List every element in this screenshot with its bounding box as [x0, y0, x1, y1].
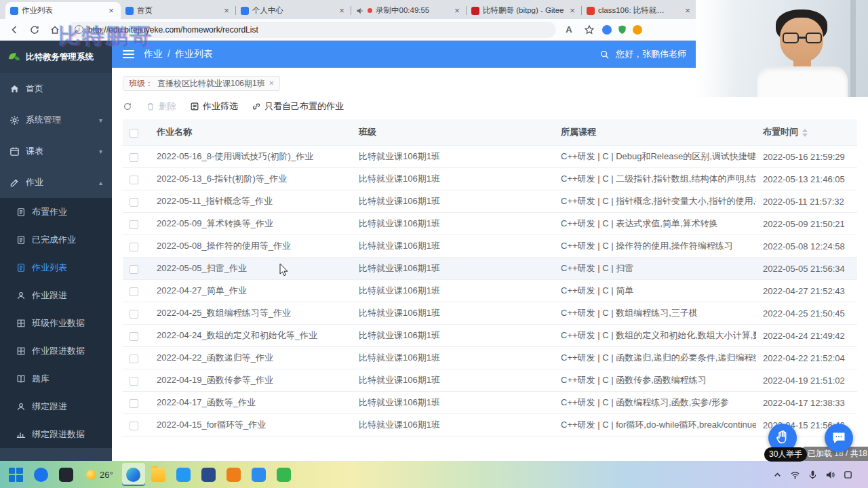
column-header[interactable]: 作业名称: [150, 119, 352, 146]
weather-widget[interactable]: 26°: [79, 463, 120, 486]
read-aloud-icon[interactable]: A: [561, 22, 576, 37]
browser-tab[interactable]: 录制中00:49:55×: [351, 2, 467, 19]
navy-app[interactable]: [197, 463, 220, 486]
user-greeting[interactable]: 您好，张鹏伟老师: [616, 48, 686, 60]
browser-home-icon[interactable]: [47, 22, 62, 37]
row-checkbox[interactable]: [130, 153, 138, 162]
tab-close-icon[interactable]: ×: [222, 6, 231, 16]
sidebar-subitem-绑定跟进数据[interactable]: 绑定跟进数据: [0, 420, 112, 448]
tab-close-icon[interactable]: ×: [683, 6, 692, 16]
table-row[interactable]: 2022-04-27_简单_作业比特就业课106期1班C++研发 | C | 简…: [123, 280, 857, 302]
tab-close-icon[interactable]: ×: [452, 6, 462, 16]
link-icon: [252, 102, 261, 111]
table-row[interactable]: 2022-04-19_函数传参等_作业比特就业课106期1班C++研发 | C …: [123, 369, 857, 392]
chat-button[interactable]: [825, 424, 853, 452]
chevron-up-icon: ▴: [99, 179, 102, 186]
blue-app[interactable]: [248, 463, 271, 486]
refresh-list-icon[interactable]: [123, 102, 132, 111]
sidebar-item-课表[interactable]: 课表▾: [0, 136, 112, 167]
row-checkbox[interactable]: [130, 243, 138, 251]
sidebar-item-首页[interactable]: 首页: [0, 73, 112, 104]
sidebar-subitem-作业跟进[interactable]: 作业跟进: [0, 281, 112, 309]
row-checkbox[interactable]: [130, 198, 138, 207]
dark-app[interactable]: [54, 463, 77, 486]
start-button[interactable]: [4, 463, 27, 486]
breadcrumb: 作业/作业列表: [144, 48, 213, 60]
browser-tab[interactable]: 作业列表×: [5, 2, 121, 19]
tab-close-icon[interactable]: ×: [568, 6, 577, 16]
site-info-icon[interactable]: i: [75, 25, 83, 34]
tab-close-icon[interactable]: ×: [106, 6, 116, 16]
table-row[interactable]: 2022-05-08_操作符的使用等_作业比特就业课106期1班C++研发 | …: [123, 235, 857, 258]
tag-close-icon[interactable]: ×: [269, 79, 274, 88]
table-row[interactable]: 2022-04-25_数组编程练习等_作业比特就业课106期1班C++研发 | …: [123, 302, 857, 325]
sidebar-subitem-绑定跟进[interactable]: 绑定跟进: [0, 392, 112, 420]
notification-icon[interactable]: [843, 470, 853, 480]
volume-icon[interactable]: [825, 470, 835, 480]
sidebar-subitem-已完成作业[interactable]: 已完成作业: [0, 226, 112, 253]
browser-tab[interactable]: 个人中心×: [236, 2, 351, 19]
tab-close-icon[interactable]: ×: [337, 6, 347, 16]
table-row[interactable]: 2022-05-13_6-指针(初阶)等_作业比特就业课106期1班C++研发 …: [123, 168, 857, 190]
column-header[interactable]: 所属课程: [554, 119, 756, 146]
table-row[interactable]: 2022-04-24_数组的定义和初始化等_作业比特就业课106期1班C++研发…: [123, 325, 857, 347]
cell-class: 比特就业课106期1班: [352, 414, 554, 436]
row-checkbox[interactable]: [130, 354, 138, 363]
edge-browser[interactable]: [122, 463, 145, 486]
sidebar-subitem-布置作业[interactable]: 布置作业: [0, 198, 112, 226]
tab-audio-icon[interactable]: [356, 7, 364, 15]
sidebar-subitem-题库[interactable]: 题库: [0, 365, 112, 392]
search-app[interactable]: [29, 463, 52, 486]
extension-orange-icon[interactable]: [633, 25, 642, 35]
back-icon[interactable]: [7, 22, 22, 37]
only-mine-toggle[interactable]: 只看自己布置的作业: [252, 100, 344, 113]
class-filter-tag[interactable]: 班级：直播校区比特就业课106期1班 ×: [123, 76, 280, 91]
table-row[interactable]: 2022-05-11_指针概念等_作业比特就业课106期1班C++研发 | C …: [123, 190, 857, 213]
chevron-up-icon[interactable]: [772, 470, 783, 480]
row-checkbox[interactable]: [130, 422, 138, 430]
mic-icon[interactable]: [808, 470, 818, 480]
sidebar-subitem-作业列表[interactable]: 作业列表: [0, 253, 112, 281]
menu-toggle-icon[interactable]: [123, 50, 134, 58]
delete-button[interactable]: 删除: [146, 100, 176, 113]
extension-blue-icon[interactable]: [602, 25, 612, 35]
row-checkbox[interactable]: [130, 310, 138, 319]
sidebar-subitem-作业跟进数据[interactable]: 作业跟进数据: [0, 337, 112, 365]
row-checkbox[interactable]: [130, 220, 138, 229]
refresh-icon[interactable]: [27, 22, 42, 37]
column-header[interactable]: 布置时间: [756, 119, 857, 146]
row-checkbox[interactable]: [130, 265, 138, 274]
extension-shield-icon[interactable]: [617, 24, 627, 35]
select-all-checkbox[interactable]: [130, 129, 138, 138]
row-checkbox[interactable]: [130, 399, 138, 408]
row-checkbox[interactable]: [130, 287, 138, 296]
vscode[interactable]: [172, 463, 195, 486]
row-checkbox[interactable]: [130, 377, 138, 386]
row-checkbox[interactable]: [130, 332, 138, 341]
sidebar-subitem-班级作业数据[interactable]: 班级作业数据: [0, 309, 112, 337]
table-row[interactable]: 2022-05-09_算术转换等_作业比特就业课106期1班C++研发 | C …: [123, 213, 857, 235]
wifi-icon[interactable]: [790, 470, 800, 480]
favorite-star-icon[interactable]: [582, 22, 597, 37]
table-row[interactable]: 2022-04-17_函数等_作业比特就业课106期1班C++研发 | C | …: [123, 392, 857, 414]
browser-tab[interactable]: 比特鹏哥 (bitpg) - Gitee.c…×: [467, 2, 582, 19]
browser-tab[interactable]: 首页×: [121, 2, 236, 19]
orange-app[interactable]: [222, 463, 245, 486]
sidebar-item-系统管理[interactable]: 系统管理▾: [0, 104, 112, 136]
breadcrumb-item-homework[interactable]: 作业: [144, 48, 163, 59]
table-row[interactable]: 2022-05-05_扫雷_作业比特就业课106期1班C++研发 | C | 扫…: [123, 258, 857, 280]
browser-tab[interactable]: class106: 比特就…×: [582, 2, 697, 19]
homework-filter-button[interactable]: 作业筛选: [190, 100, 238, 113]
wechat[interactable]: [273, 463, 296, 486]
address-input[interactable]: i http://edu.bitejiuyeke.com/homework/re…: [68, 22, 556, 38]
search-icon[interactable]: [599, 49, 610, 60]
sidebar-item-作业[interactable]: 作业▴: [0, 167, 112, 198]
row-checkbox[interactable]: [130, 176, 138, 184]
table-row[interactable]: 2022-05-16_8-使用调试技巧(初阶)_作业比特就业课106期1班C++…: [123, 146, 857, 168]
table-row[interactable]: 2022-04-22_函数递归等_作业比特就业课106期1班C++研发 | C …: [123, 347, 857, 369]
chat-icon: [831, 430, 847, 446]
file-explorer[interactable]: [147, 463, 170, 486]
column-header[interactable]: 班级: [352, 119, 554, 146]
table-row[interactable]: 2022-04-15_for循环等_作业比特就业课106期1班C++研发 | C…: [123, 414, 857, 436]
sort-icons[interactable]: [802, 129, 808, 137]
